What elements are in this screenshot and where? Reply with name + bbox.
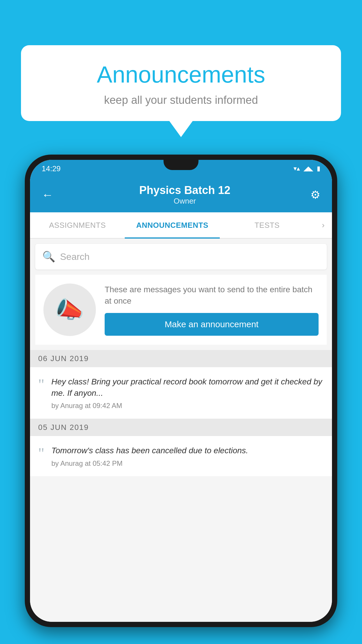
status-icons: ▾▴ ◢◣ ▮ [294, 165, 320, 172]
date-separator-1: 06 JUN 2019 [30, 350, 332, 367]
app-bar-title: Physics Batch 12 [62, 184, 307, 197]
announcement-prompt-text: These are messages you want to send to t… [105, 284, 319, 336]
tab-announcements[interactable]: ANNOUNCEMENTS [125, 212, 219, 238]
search-icon: 🔍 [42, 251, 55, 263]
app-bar-subtitle: Owner [62, 197, 307, 206]
app-bar-title-group: Physics Batch 12 Owner [62, 184, 307, 206]
announcement-message-2: Tomorrow's class has been cancelled due … [51, 445, 324, 456]
phone-outer: 14:29 ▾▴ ◢◣ ▮ ← Physics Batch 12 Owner ⚙ [25, 155, 337, 627]
tabs-bar: ASSIGNMENTS ANNOUNCEMENTS TESTS › [30, 212, 332, 239]
prompt-description: These are messages you want to send to t… [105, 284, 319, 307]
announcement-meta-1: by Anurag at 09:42 AM [51, 402, 324, 410]
signal-icon: ◢◣ [303, 165, 313, 172]
search-input-placeholder: Search [60, 251, 89, 262]
phone-container: 14:29 ▾▴ ◢◣ ▮ ← Physics Batch 12 Owner ⚙ [25, 155, 337, 644]
speech-bubble-card: Announcements keep all your students inf… [21, 45, 341, 121]
quote-icon-1: " [38, 377, 44, 392]
status-bar: 14:29 ▾▴ ◢◣ ▮ [30, 160, 332, 177]
back-button[interactable]: ← [39, 186, 56, 204]
make-announcement-button[interactable]: Make an announcement [105, 313, 319, 336]
speech-bubble-arrow [169, 121, 193, 137]
announcement-message-1: Hey class! Bring your practical record b… [51, 376, 324, 399]
quote-icon-2: " [38, 446, 44, 461]
announcement-text-group-1: Hey class! Bring your practical record b… [51, 376, 324, 410]
announcement-icon-circle: 📣 [43, 284, 96, 336]
megaphone-icon: 📣 [55, 296, 84, 323]
announcement-item-1[interactable]: " Hey class! Bring your practical record… [30, 367, 332, 419]
announcement-prompt: 📣 These are messages you want to send to… [35, 275, 327, 345]
search-bar[interactable]: 🔍 Search [35, 244, 327, 270]
battery-icon: ▮ [317, 165, 320, 172]
settings-button[interactable]: ⚙ [307, 186, 323, 204]
content-area: 🔍 Search 📣 These are messages you want t… [30, 239, 332, 622]
tab-assignments[interactable]: ASSIGNMENTS [30, 212, 125, 238]
speech-bubble-section: Announcements keep all your students inf… [21, 45, 341, 137]
speech-bubble-title: Announcements [38, 61, 324, 88]
date-separator-2: 05 JUN 2019 [30, 419, 332, 436]
status-time: 14:29 [42, 164, 61, 173]
phone-inner: 14:29 ▾▴ ◢◣ ▮ ← Physics Batch 12 Owner ⚙ [30, 160, 332, 622]
notch [164, 160, 198, 170]
wifi-icon: ▾▴ [294, 165, 300, 172]
announcement-meta-2: by Anurag at 05:42 PM [51, 459, 324, 468]
tab-tests[interactable]: TESTS [220, 212, 314, 238]
speech-bubble-subtitle: keep all your students informed [38, 94, 324, 106]
tab-more[interactable]: › [314, 212, 332, 238]
app-bar: ← Physics Batch 12 Owner ⚙ [30, 177, 332, 212]
announcement-text-group-2: Tomorrow's class has been cancelled due … [51, 445, 324, 467]
announcement-item-2[interactable]: " Tomorrow's class has been cancelled du… [30, 436, 332, 476]
